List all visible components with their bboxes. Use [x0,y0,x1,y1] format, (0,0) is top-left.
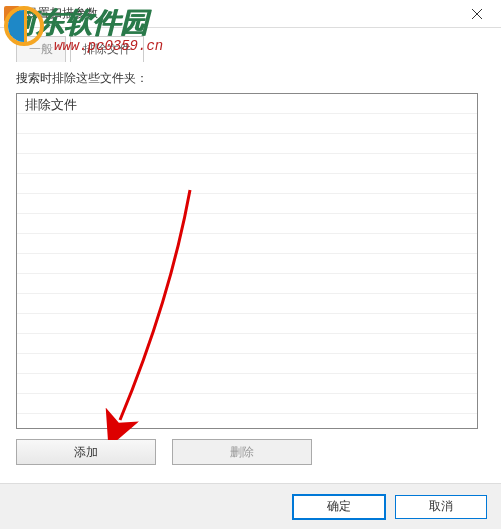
tab-exclude[interactable]: 排除文件 [70,36,144,62]
list-empty-line [17,394,477,414]
list-empty-line [17,294,477,314]
list-empty-line [17,174,477,194]
title-bar: 设置扫描参数 [0,0,501,28]
window-title: 设置扫描参数 [26,5,457,22]
cancel-button[interactable]: 取消 [395,495,487,519]
tab-strip: 一般 排除文件 [0,28,501,62]
list-empty-line [17,114,477,134]
exclude-listbox[interactable]: 排除文件 [16,93,478,429]
exclude-label: 搜索时排除这些文件夹： [16,70,485,87]
ok-button[interactable]: 确定 [293,495,385,519]
list-empty-line [17,154,477,174]
dialog-footer: 确定 取消 [0,483,501,529]
app-icon [4,6,20,22]
delete-button[interactable]: 删除 [172,439,312,465]
list-empty-line [17,194,477,214]
list-item[interactable]: 排除文件 [17,94,477,114]
list-empty-line [17,254,477,274]
list-empty-line [17,234,477,254]
list-empty-line [17,214,477,234]
list-empty-line [17,134,477,154]
list-empty-line [17,374,477,394]
list-empty-line [17,414,477,429]
list-empty-line [17,274,477,294]
close-button[interactable] [457,2,497,26]
list-empty-line [17,334,477,354]
list-button-row: 添加 删除 [16,439,485,465]
list-empty-line [17,314,477,334]
tab-general[interactable]: 一般 [16,36,66,62]
content-area: 搜索时排除这些文件夹： 排除文件 添加 删除 [0,62,501,473]
close-icon [472,9,482,19]
add-button[interactable]: 添加 [16,439,156,465]
list-empty-line [17,354,477,374]
